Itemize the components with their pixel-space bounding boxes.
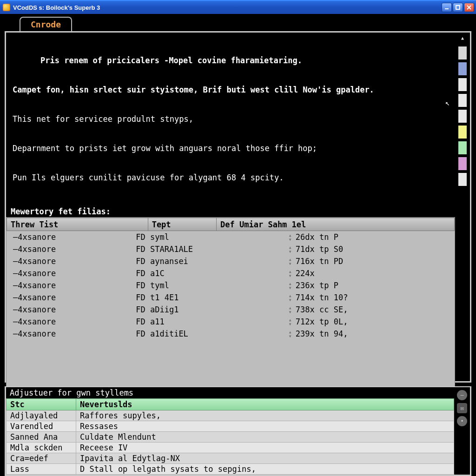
- list-heading: Mewertory fet filias:: [6, 205, 455, 217]
- sort-icon: [288, 258, 294, 265]
- adjust-minus-button[interactable]: –: [457, 390, 467, 400]
- table-row[interactable]: Cra=edefIpavita al Edytlag-NX: [7, 453, 454, 464]
- col-tept[interactable]: Tept: [148, 218, 216, 231]
- table-row[interactable]: –4xsanoreFD t1 4E1714x tn 10?: [7, 291, 455, 304]
- color-swatch[interactable]: [458, 46, 467, 60]
- sort-icon: [288, 331, 294, 337]
- adj-col-nevertuslds[interactable]: Nevertuslds: [76, 399, 454, 410]
- table-row[interactable]: –4xsanoreFD syml26dx tn P: [7, 231, 455, 243]
- msg-line-4: Deparnment to prists iet grow with angua…: [13, 144, 449, 153]
- table-row[interactable]: –4xsanoreFD a1ditiEL239x tn 94,: [7, 328, 455, 340]
- table-row[interactable]: –4xsanoreFD a11712x tp 0L,: [7, 316, 455, 328]
- table-row[interactable]: –4xsanoreFD STARA1ALE71dx tp S0: [7, 243, 455, 255]
- titlebar: VCodDS s: Boilock's Superb 3: [0, 1, 476, 14]
- table-row[interactable]: AdjlayaledRaffores supyles,: [7, 410, 454, 421]
- adjust-panel: Adjustuer for gwn styllems Stc Nevertusl…: [5, 386, 471, 476]
- table-row[interactable]: –4xsanoreFD aDiig1738x cc SE,: [7, 304, 455, 316]
- adjust-sidebar: – ✉ •: [454, 387, 470, 475]
- tab-cnrode[interactable]: Cnrode: [20, 17, 72, 31]
- table-row[interactable]: LassD Stall op lelgath sysats to sepgins…: [7, 464, 454, 475]
- col-threw-tist[interactable]: Threw Tist: [7, 218, 148, 231]
- window-title: VCodDS s: Boilock's Superb 3: [13, 4, 100, 11]
- color-swatch[interactable]: [458, 110, 467, 123]
- color-swatch[interactable]: [458, 94, 467, 107]
- color-swatch[interactable]: [458, 173, 467, 186]
- sidebar-up-icon[interactable]: [458, 35, 467, 44]
- table-row[interactable]: Sanned AnaCuldate Mlendunt: [7, 432, 454, 443]
- svg-rect-1: [456, 6, 460, 9]
- table-row[interactable]: –4xsanoreFD tyml236x tp P: [7, 279, 455, 291]
- table-row[interactable]: Mdla sckdenReceese IV: [7, 443, 454, 453]
- sort-icon: [288, 234, 294, 241]
- svg-rect-0: [445, 8, 449, 9]
- mail-icon[interactable]: ✉: [457, 403, 467, 413]
- main-frame: Pris renem of pricicalers -Mopel covine …: [5, 31, 471, 383]
- color-swatch[interactable]: [458, 62, 467, 75]
- msg-line-1: Pris renem of pricicalers -Mopel covine …: [13, 56, 449, 66]
- message-panel: Pris renem of pricicalers -Mopel covine …: [6, 33, 455, 205]
- sort-icon: [288, 246, 294, 253]
- window-controls: [442, 3, 474, 12]
- msg-line-5: Pun Ils elguers cunilit pavicuse for aly…: [13, 173, 449, 183]
- sort-icon: [288, 295, 294, 301]
- adjust-dot-button[interactable]: •: [457, 416, 467, 426]
- table-row[interactable]: VarendledRessases: [7, 421, 454, 432]
- sort-icon: [288, 283, 294, 289]
- adjust-title: Adjustuer for gwn styllems: [6, 387, 454, 398]
- color-swatch[interactable]: [458, 157, 467, 170]
- color-swatch[interactable]: [458, 141, 467, 154]
- sort-icon: [288, 271, 294, 277]
- sort-icon: [288, 307, 294, 313]
- minimize-button[interactable]: [442, 3, 452, 12]
- close-button[interactable]: [464, 3, 474, 12]
- table-row[interactable]: –4xsanoreFD a1C224x: [7, 267, 455, 279]
- msg-line-2: Campet fon, hisn srlect suir styistome, …: [13, 85, 449, 95]
- maximize-button[interactable]: [453, 3, 463, 12]
- col-def-umiar[interactable]: Def Umiar Sahm 1el: [217, 218, 455, 231]
- adj-col-stc[interactable]: Stc: [7, 399, 76, 410]
- tab-strip: Cnrode: [20, 17, 473, 31]
- color-swatch[interactable]: [458, 126, 467, 139]
- client-area: Cnrode Pris renem of pricicalers -Mopel …: [0, 14, 476, 476]
- msg-line-3: This net for servicee produlnt stnyps,: [13, 114, 449, 124]
- color-sidebar: [455, 33, 470, 381]
- sort-icon: [288, 319, 294, 325]
- app-window: VCodDS s: Boilock's Superb 3 Cnrode Pris…: [0, 0, 476, 476]
- app-icon: [3, 4, 10, 11]
- table-row[interactable]: –4xsanoreFD aynansei716x tn PD: [7, 255, 455, 267]
- color-swatch[interactable]: [458, 78, 467, 91]
